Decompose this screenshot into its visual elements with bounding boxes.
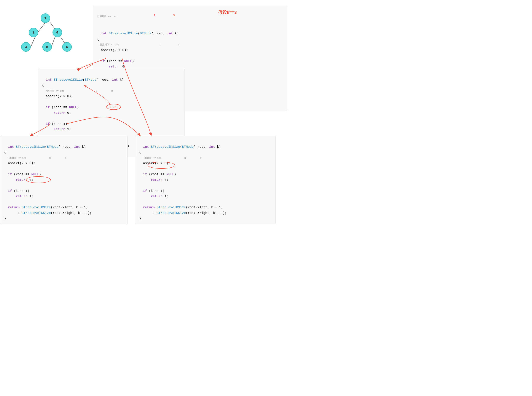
mid-fn: BTreeLevelKSize	[54, 78, 83, 82]
assumption-display: 假设k==3	[218, 10, 237, 15]
top-counter1: 1	[154, 13, 155, 18]
tree-node-3: 3	[21, 42, 31, 52]
svg-line-3	[51, 37, 55, 47]
top-header: 已用时间 <= 1ms	[97, 14, 116, 19]
botright-code-box: int BTreeLevelKSize(BTNode* root, int k)…	[135, 136, 275, 224]
top-fn: BTreeLevelKSize	[109, 32, 138, 35]
top-counter2: 3	[173, 13, 175, 18]
tree-node-6: 6	[62, 42, 72, 52]
botleft-fn: BTreeLevelKSize	[16, 145, 45, 149]
svg-line-2	[31, 37, 35, 47]
tree-node-1: 1	[41, 13, 50, 23]
botright-int-kw: int	[143, 145, 151, 149]
top-int-kw: int	[101, 32, 109, 35]
botright-fn: BTreeLevelKSize	[151, 145, 180, 149]
tree-node-2: 2	[29, 28, 38, 37]
botleft-int-kw: int	[8, 145, 16, 149]
tree-node-5: 5	[42, 42, 52, 52]
tree-node-4: 4	[52, 28, 62, 37]
botleft-code-box: int BTreeLevelKSize(BTNode* root, int k)…	[0, 136, 127, 224]
mid-int-kw: int	[46, 78, 54, 82]
svg-line-0	[38, 23, 45, 32]
sum-label: 1+0=1	[106, 104, 121, 110]
